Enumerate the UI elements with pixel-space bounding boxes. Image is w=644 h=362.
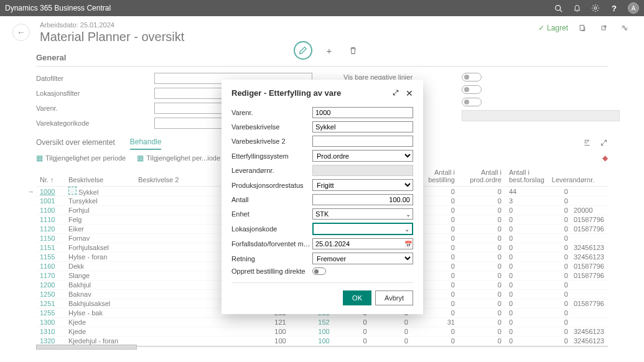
lbl-varenr: Varenr. (231, 109, 312, 116)
input-lokasjonskode[interactable] (314, 224, 403, 234)
lbl-besk2: Varebeskrivelse 2 (231, 137, 312, 145)
lbl-forfall: Forfallsdato/forventet mottaksda... (231, 240, 312, 248)
lbl-retning: Retning (231, 255, 312, 262)
lokasjon-dropdown-icon[interactable]: ⌄ (403, 224, 412, 234)
cancel-button[interactable]: Avbryt (375, 290, 413, 305)
select-postatus[interactable]: Frigitt (312, 179, 413, 191)
input-enhet[interactable] (312, 208, 404, 220)
lbl-postatus: Produksjonsordrestatus (231, 182, 312, 189)
modal-etterfylling: Rediger - Etterfylling av vare ✕ Varenr.… (222, 80, 423, 314)
modal-title: Rediger - Etterfylling av vare (231, 88, 341, 98)
input-leverandor (312, 165, 413, 176)
input-forfallsdato[interactable] (312, 238, 404, 249)
ok-button[interactable]: OK (343, 290, 371, 305)
lbl-lev: Leverandørnr. (231, 167, 312, 174)
lbl-etterf: Etterfyllingssystem (231, 152, 312, 160)
input-besk1[interactable] (312, 121, 413, 132)
select-etterfylling[interactable]: Prod.ordre (312, 150, 413, 162)
calendar-icon[interactable]: 📅 (404, 238, 413, 249)
lbl-opprett: Opprett bestilling direkte (231, 267, 312, 275)
lbl-besk1: Varebeskrivelse (231, 123, 312, 131)
select-retning[interactable]: Fremover (312, 253, 413, 264)
toggle-opprett[interactable] (312, 267, 326, 275)
lbl-enhet: Enhet (231, 210, 312, 218)
input-antall[interactable] (312, 194, 413, 205)
input-varenr[interactable] (312, 107, 413, 118)
lbl-lokasjon: Lokasjonskode (231, 225, 312, 233)
modal-close-icon[interactable]: ✕ (406, 88, 413, 98)
modal-expand-icon[interactable] (392, 88, 399, 98)
lbl-antall: Antall (231, 196, 312, 203)
input-besk2[interactable] (312, 136, 413, 147)
enhet-dropdown-icon[interactable]: ⌄ (404, 208, 413, 220)
